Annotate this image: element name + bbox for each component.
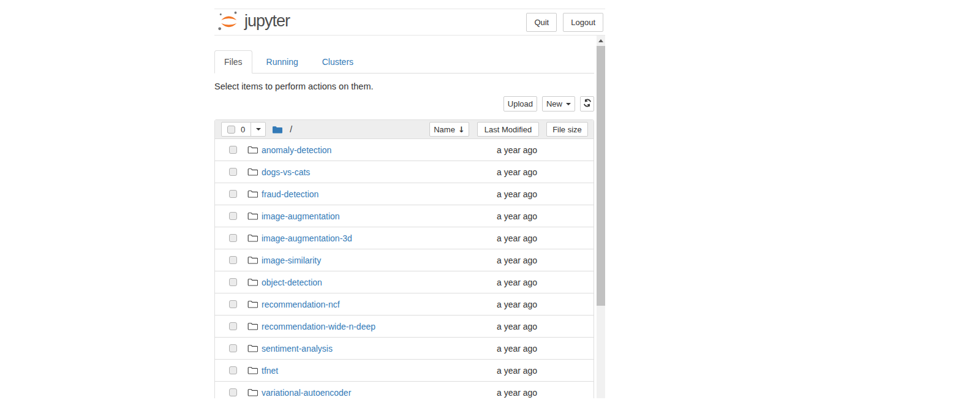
sort-name-label: Name (434, 125, 455, 134)
file-modified: a year ago (497, 211, 594, 221)
file-name-link[interactable]: recommendation-ncf (262, 300, 340, 309)
scrollbar-thumb[interactable] (597, 46, 605, 306)
file-row: image-similarity a year ago (215, 249, 594, 271)
file-row: sentiment-analysis a year ago (215, 337, 594, 359)
select-items-message: Select items to perform actions on them. (214, 81, 594, 93)
tab-running[interactable]: Running (257, 50, 308, 74)
file-row: variational-autoencoder a year ago (215, 381, 594, 398)
folder-outline-icon (247, 366, 258, 375)
file-row: tfnet a year ago (215, 359, 594, 381)
content: Files Running Clusters Select items to p… (214, 50, 594, 398)
select-all-button[interactable]: 0 (221, 122, 251, 137)
upload-button[interactable]: Upload (503, 96, 537, 112)
sort-by-name-button[interactable]: Name ↓ (429, 122, 469, 137)
file-checkbox[interactable] (229, 278, 237, 286)
folder-outline-icon (247, 322, 258, 331)
file-modified: a year ago (497, 145, 594, 155)
header-buttons: Quit Logout (526, 13, 603, 32)
file-checkbox[interactable] (229, 234, 237, 242)
file-checkbox[interactable] (229, 344, 237, 352)
file-modified: a year ago (497, 322, 594, 331)
folder-outline-icon (247, 388, 258, 397)
file-checkbox[interactable] (229, 300, 237, 308)
file-row: fraud-detection a year ago (215, 183, 594, 205)
file-name-link[interactable]: object-detection (262, 278, 322, 287)
file-name-link[interactable]: dogs-vs-cats (262, 167, 310, 177)
chevron-down-icon (566, 103, 571, 105)
file-row: image-augmentation a year ago (215, 205, 594, 227)
folder-outline-icon (247, 211, 258, 221)
file-row: recommendation-wide-n-deep a year ago (215, 315, 594, 337)
folder-outline-icon (247, 145, 258, 154)
folder-icon[interactable] (272, 125, 282, 134)
file-row: recommendation-ncf a year ago (215, 293, 594, 315)
file-checkbox[interactable] (229, 146, 237, 154)
sort-by-file-size-button[interactable]: File size (546, 122, 588, 137)
file-checkbox[interactable] (229, 256, 237, 264)
folder-outline-icon (247, 233, 258, 243)
folder-outline-icon (247, 255, 258, 265)
file-modified: a year ago (497, 366, 594, 376)
new-dropdown-button[interactable]: New (542, 96, 575, 112)
new-dropdown-label: New (546, 99, 562, 108)
jupyter-logo-icon (217, 10, 240, 34)
file-list-header: 0 / (215, 120, 594, 138)
folder-outline-icon (247, 167, 258, 176)
file-checkbox[interactable] (229, 322, 237, 330)
folder-outline-icon (247, 189, 258, 199)
select-dropdown-button[interactable] (251, 122, 266, 137)
file-list: 0 / (214, 119, 594, 398)
file-checkbox[interactable] (229, 366, 237, 374)
tab-clusters[interactable]: Clusters (312, 50, 363, 74)
tab-bar: Files Running Clusters (214, 50, 594, 74)
file-name-link[interactable]: anomaly-detection (262, 145, 331, 155)
arrow-down-icon: ↓ (458, 125, 465, 134)
site-header: jupyter Quit Logout (214, 9, 605, 36)
chevron-down-icon (256, 128, 261, 130)
file-modified: a year ago (497, 167, 594, 177)
scrollable-body: Files Running Clusters Select items to p… (214, 36, 605, 398)
file-row: dogs-vs-cats a year ago (215, 161, 594, 183)
file-modified: a year ago (497, 233, 594, 243)
file-name-link[interactable]: image-augmentation-3d (262, 233, 352, 243)
file-name-link[interactable]: image-augmentation (262, 211, 340, 221)
file-checkbox[interactable] (229, 190, 237, 198)
breadcrumb: / (272, 124, 292, 134)
file-checkbox[interactable] (229, 388, 237, 396)
scrollbar-up-button[interactable] (597, 36, 605, 45)
file-checkbox[interactable] (229, 212, 237, 220)
refresh-icon (583, 99, 592, 109)
file-name-link[interactable]: variational-autoencoder (262, 388, 351, 398)
logo-wordmark: jupyter (244, 12, 290, 33)
file-modified: a year ago (497, 278, 594, 287)
breadcrumb-path[interactable]: / (290, 124, 292, 134)
tab-files[interactable]: Files (214, 50, 252, 74)
refresh-button[interactable] (580, 96, 594, 112)
jupyter-logo[interactable]: jupyter (217, 10, 290, 34)
file-modified: a year ago (497, 344, 594, 354)
file-name-link[interactable]: fraud-detection (262, 189, 318, 199)
select-all-button-group: 0 (221, 122, 266, 137)
folder-outline-icon (247, 344, 258, 353)
header-column: jupyter Quit Logout (214, 9, 605, 36)
logout-button[interactable]: Logout (563, 13, 603, 32)
folder-outline-icon (247, 300, 258, 309)
folder-outline-icon (247, 278, 258, 287)
file-name-link[interactable]: image-similarity (262, 255, 321, 265)
file-row: object-detection a year ago (215, 271, 594, 293)
file-row: anomaly-detection a year ago (215, 138, 594, 161)
toolbar: Upload New (214, 96, 594, 112)
file-name-link[interactable]: sentiment-analysis (262, 344, 333, 354)
file-modified: a year ago (497, 189, 594, 199)
select-all-checkbox[interactable] (227, 126, 235, 134)
file-name-link[interactable]: tfnet (262, 366, 278, 376)
quit-button[interactable]: Quit (526, 13, 557, 32)
file-name-link[interactable]: recommendation-wide-n-deep (262, 322, 375, 331)
vertical-scrollbar[interactable] (597, 36, 605, 398)
jupyter-file-browser: jupyter Quit Logout Files Running Cluste… (0, 0, 980, 416)
file-row: image-augmentation-3d a year ago (215, 227, 594, 249)
file-modified: a year ago (497, 388, 594, 398)
sort-by-last-modified-button[interactable]: Last Modified (477, 122, 539, 137)
scroll-up-arrow-icon (598, 39, 603, 42)
file-checkbox[interactable] (229, 168, 237, 176)
